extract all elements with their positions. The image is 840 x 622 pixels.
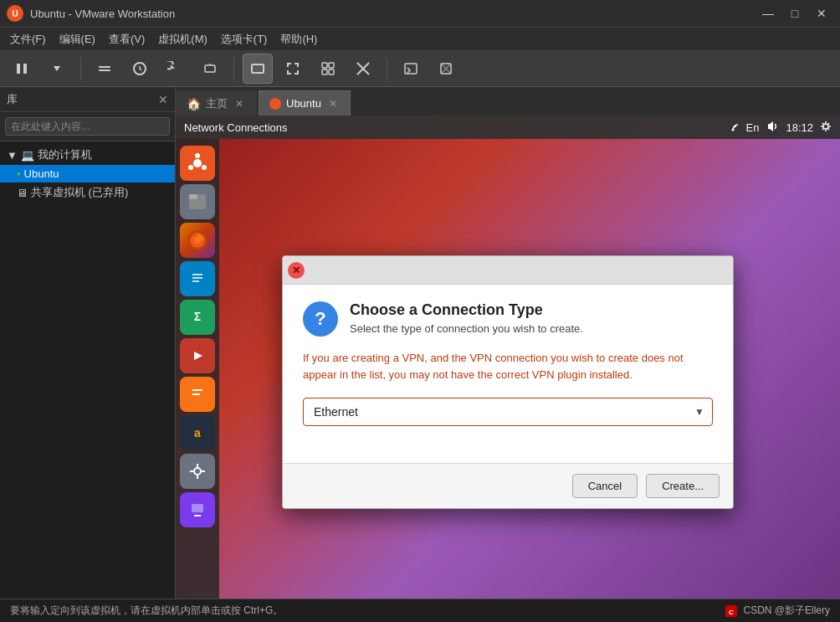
dialog-title: Choose a Connection Type xyxy=(350,301,583,319)
main-layout: 库 ✕ ▼ 💻 我的计算机 ▪ Ubuntu 🖥 共享虚拟机 (已弃用) xyxy=(0,87,840,599)
minimize-button[interactable]: — xyxy=(756,4,780,23)
menu-tabs[interactable]: 选项卡(T) xyxy=(214,30,274,49)
svg-rect-2 xyxy=(17,64,20,74)
cancel-button[interactable]: Cancel xyxy=(572,474,638,498)
svg-rect-11 xyxy=(252,64,264,73)
svg-rect-5 xyxy=(99,66,110,68)
statusbar-hint: 要将输入定向到该虚拟机，请在虚拟机内部单击或按 Ctrl+G。 xyxy=(10,604,283,618)
pause-dropdown[interactable] xyxy=(42,54,72,84)
close-button[interactable]: ✕ xyxy=(810,4,833,23)
computer-icon: 💻 xyxy=(21,149,34,162)
menubar: 文件(F) 编辑(E) 查看(V) 虚拟机(M) 选项卡(T) 帮助(H) xyxy=(0,27,840,50)
svg-rect-18 xyxy=(405,64,417,74)
csdn-icon: C xyxy=(725,604,738,618)
sidebar-close-button[interactable]: ✕ xyxy=(158,93,168,106)
vm-content[interactable]: Network Connections En 18:12 xyxy=(176,116,840,599)
connection-type-select[interactable]: Ethernet Wi-Fi Bluetooth DSL VPN Bridge … xyxy=(303,398,713,426)
create-button[interactable]: Create... xyxy=(646,474,720,498)
statusbar-brand: C CSDN @影子Ellery xyxy=(725,604,830,618)
unity-btn[interactable] xyxy=(313,54,343,84)
svg-rect-13 xyxy=(329,63,334,68)
sidebar-header: 库 ✕ xyxy=(0,87,175,112)
content-area: 🏠 主页 ✕ Ubuntu ✕ Network Connections En xyxy=(176,87,840,599)
dialog-overlay: ✕ ? Choose a Connection Type Select the … xyxy=(176,116,840,599)
app-icon: U xyxy=(7,5,23,22)
vm-icon: ▪ xyxy=(17,167,21,180)
svg-marker-8 xyxy=(171,64,175,69)
dialog-vpn-note: If you are creating a VPN, and the VPN c… xyxy=(303,350,713,383)
dialog-titlebar: ✕ xyxy=(283,256,733,285)
maximize-button[interactable]: □ xyxy=(783,4,807,23)
titlebar: U Ubuntu - VMware Workstation — □ ✕ xyxy=(0,0,840,27)
vm-icon2: 🖥 xyxy=(17,187,28,199)
home-icon: 🏠 xyxy=(187,97,201,111)
revert-btn[interactable] xyxy=(160,54,190,84)
svg-rect-14 xyxy=(322,69,327,75)
send-ctrl-alt-del[interactable] xyxy=(90,54,120,84)
sidebar: 库 ✕ ▼ 💻 我的计算机 ▪ Ubuntu 🖥 共享虚拟机 (已弃用) xyxy=(0,87,176,599)
pause-button[interactable] xyxy=(7,54,37,84)
sidebar-search-input[interactable] xyxy=(5,117,170,136)
toolbar xyxy=(0,50,840,87)
tree-item-my-computer[interactable]: ▼ 💻 我的计算机 xyxy=(0,145,175,165)
menu-edit[interactable]: 编辑(E) xyxy=(53,30,102,49)
svg-text:C: C xyxy=(730,609,735,616)
dialog-body: ? Choose a Connection Type Select the ty… xyxy=(283,285,733,463)
svg-rect-12 xyxy=(322,63,327,68)
dialog-subtitle: Select the type of connection you wish t… xyxy=(350,322,583,335)
svg-marker-4 xyxy=(54,66,60,71)
fullscreen2-btn[interactable] xyxy=(431,54,461,84)
normal-view-btn[interactable] xyxy=(243,54,273,84)
tab-home[interactable]: 🏠 主页 ✕ xyxy=(176,90,257,116)
menu-file[interactable]: 文件(F) xyxy=(3,30,53,49)
dialog-footer: Cancel Create... xyxy=(283,463,733,508)
menu-help[interactable]: 帮助(H) xyxy=(274,30,324,49)
ubuntu-tab-icon xyxy=(269,98,281,110)
statusbar: 要将输入定向到该虚拟机，请在虚拟机内部单击或按 Ctrl+G。 C CSDN @… xyxy=(0,599,840,622)
tab-ubuntu[interactable]: Ubuntu ✕ xyxy=(259,90,351,116)
tree-item-ubuntu[interactable]: ▪ Ubuntu xyxy=(0,165,175,182)
window-controls: — □ ✕ xyxy=(756,4,833,23)
tabs-bar: 🏠 主页 ✕ Ubuntu ✕ xyxy=(176,87,840,116)
svg-text:U: U xyxy=(12,9,18,18)
svg-rect-3 xyxy=(23,64,27,74)
dropdown-container: Ethernet Wi-Fi Bluetooth DSL VPN Bridge … xyxy=(303,398,713,426)
console-btn[interactable] xyxy=(396,54,426,84)
menu-vm[interactable]: 虚拟机(M) xyxy=(151,30,214,49)
tab-ubuntu-close[interactable]: ✕ xyxy=(326,97,340,111)
connection-type-dropdown-wrapper: Ethernet Wi-Fi Bluetooth DSL VPN Bridge … xyxy=(303,398,713,426)
window-title: Ubuntu - VMware Workstation xyxy=(30,8,750,20)
connection-type-dialog: ✕ ? Choose a Connection Type Select the … xyxy=(282,255,734,509)
dialog-title-area: Choose a Connection Type Select the type… xyxy=(350,301,583,335)
sidebar-search-container xyxy=(0,112,175,141)
fullscreen-btn[interactable] xyxy=(278,54,308,84)
svg-rect-9 xyxy=(205,65,215,72)
svg-rect-6 xyxy=(99,69,110,71)
tree-item-shared-vm[interactable]: 🖥 共享虚拟机 (已弃用) xyxy=(0,182,175,203)
manage-snapshots-btn[interactable] xyxy=(195,54,225,84)
dialog-close-button[interactable]: ✕ xyxy=(288,262,305,279)
snapshot-btn[interactable] xyxy=(125,54,155,84)
tab-home-close[interactable]: ✕ xyxy=(233,97,246,111)
no-side-btn[interactable] xyxy=(348,54,378,84)
sidebar-tree: ▼ 💻 我的计算机 ▪ Ubuntu 🖥 共享虚拟机 (已弃用) xyxy=(0,141,175,599)
toolbar-sep2 xyxy=(233,57,234,80)
toolbar-sep3 xyxy=(387,57,387,80)
sidebar-title: 库 xyxy=(7,92,18,107)
menu-view[interactable]: 查看(V) xyxy=(102,30,151,49)
toolbar-sep1 xyxy=(80,57,81,80)
dialog-header: ? Choose a Connection Type Select the ty… xyxy=(303,301,713,337)
expand-icon: ▼ xyxy=(7,149,18,162)
dialog-question-icon: ? xyxy=(303,301,338,337)
svg-rect-15 xyxy=(329,69,334,75)
